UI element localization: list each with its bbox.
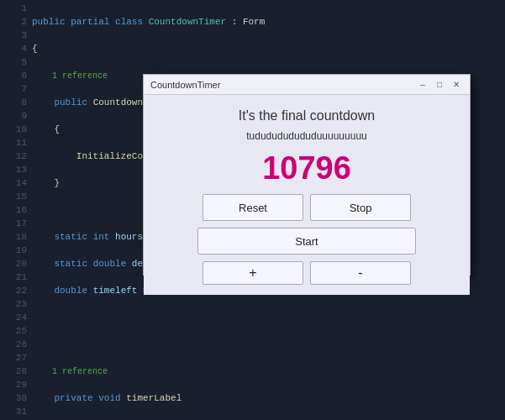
plus-minus-row: + -: [160, 261, 453, 285]
window-controls: – □ ✕: [416, 78, 463, 92]
countdown-subtitle: tududududududuuuuuuuuu: [246, 130, 366, 142]
start-row: Start: [160, 228, 453, 255]
window-titlebar: CountdownTimer – □ ✕: [144, 75, 470, 95]
countdown-window: CountdownTimer – □ ✕ It's the final coun…: [143, 74, 471, 276]
close-button[interactable]: ✕: [450, 78, 463, 92]
minus-button[interactable]: -: [310, 261, 411, 285]
reset-stop-row: Reset Stop: [160, 194, 453, 221]
window-body: It's the final countdown tududududududuu…: [144, 95, 470, 295]
countdown-title: It's the final countdown: [239, 108, 375, 123]
reset-button[interactable]: Reset: [203, 194, 303, 221]
start-button[interactable]: Start: [197, 228, 416, 255]
stop-button[interactable]: Stop: [310, 194, 411, 221]
maximize-button[interactable]: □: [433, 78, 446, 92]
window-title: CountdownTimer: [150, 80, 220, 90]
minimize-button[interactable]: –: [416, 78, 429, 92]
countdown-number: 10796: [262, 152, 351, 184]
plus-button[interactable]: +: [203, 261, 303, 285]
line-numbers: 12345 678910 1112131415 1617181920 21222…: [0, 0, 32, 420]
